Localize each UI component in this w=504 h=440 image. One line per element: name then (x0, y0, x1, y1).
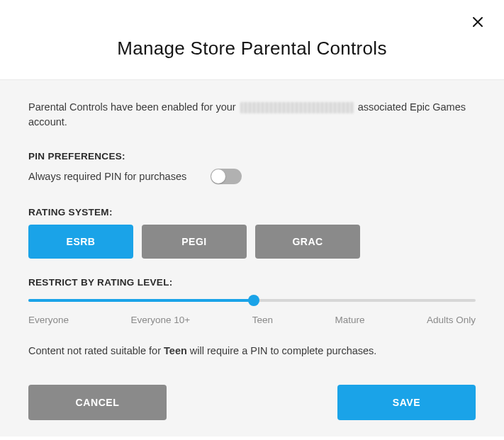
rating-slider[interactable] (28, 296, 476, 305)
restrict-note-suffix: will require a PIN to complete purchases… (187, 345, 377, 356)
modal-header: Manage Store Parental Controls (0, 0, 504, 79)
pin-toggle-row: Always required PIN for purchases (28, 169, 476, 184)
slider-thumb[interactable] (248, 295, 259, 306)
rating-btn-pegi[interactable]: PEGI (142, 225, 247, 259)
level-everyone10: Everyone 10+ (131, 315, 191, 325)
restrict-note-prefix: Content not rated suitable for (28, 345, 164, 356)
level-adults-only: Adults Only (427, 315, 476, 325)
slider-fill (28, 299, 254, 302)
level-everyone: Everyone (28, 315, 69, 325)
restrict-section-label: RESTRICT BY RATING LEVEL: (28, 277, 476, 288)
modal-body: Parental Controls have been enabled for … (0, 79, 504, 436)
rating-btn-esrb[interactable]: ESRB (28, 225, 133, 259)
pin-toggle[interactable] (211, 169, 242, 184)
rating-system-label: RATING SYSTEM: (28, 207, 476, 218)
close-icon (471, 16, 484, 28)
pin-section-label: PIN PREFERENCES: (28, 151, 476, 162)
rating-system-buttons: ESRB PEGI GRAC (28, 225, 476, 259)
rating-btn-grac[interactable]: GRAC (255, 225, 360, 259)
intro-text: Parental Controls have been enabled for … (28, 100, 476, 130)
pin-toggle-label: Always required PIN for purchases (28, 171, 186, 182)
save-button[interactable]: SAVE (337, 385, 476, 420)
cancel-button[interactable]: CANCEL (28, 385, 167, 420)
restrict-note-level: Teen (164, 345, 187, 356)
redacted-email (240, 102, 354, 113)
close-button[interactable] (470, 14, 486, 30)
level-mature: Mature (335, 315, 364, 325)
parental-controls-modal: Manage Store Parental Controls Parental … (0, 0, 504, 440)
toggle-knob (211, 169, 225, 184)
slider-labels: Everyone Everyone 10+ Teen Mature Adults… (28, 315, 476, 325)
restrict-note: Content not rated suitable for Teen will… (28, 345, 476, 356)
intro-prefix: Parental Controls have been enabled for … (28, 101, 239, 113)
modal-title: Manage Store Parental Controls (14, 13, 490, 79)
level-teen: Teen (252, 315, 273, 325)
footer-buttons: CANCEL SAVE (28, 385, 476, 420)
